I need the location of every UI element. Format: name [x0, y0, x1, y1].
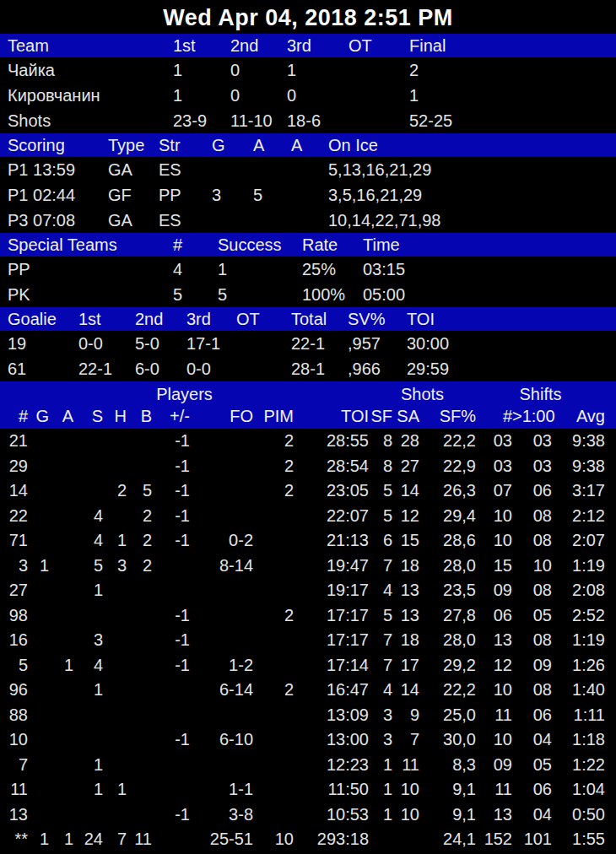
column-header: OT — [349, 34, 409, 58]
cell: 1:55 — [552, 827, 605, 852]
cell — [212, 157, 253, 182]
cell — [127, 727, 152, 753]
cell: 27 — [392, 454, 419, 479]
players-group-label: Players — [0, 381, 369, 405]
column-header: PIM — [253, 405, 294, 429]
cell: 04 — [512, 803, 552, 828]
table-row: 190-05-017-122-1,95730:00 — [0, 331, 616, 356]
cell: 15 — [392, 528, 419, 554]
cell: 10 — [476, 678, 512, 703]
cell — [152, 753, 190, 778]
cell — [28, 753, 49, 778]
cell: 23-9 — [173, 108, 230, 133]
cell: 11 — [392, 753, 419, 778]
cell — [49, 703, 73, 728]
table-row: P1 13:59GAES5,13,16,21,29 — [0, 157, 616, 182]
cell: 15 — [476, 554, 512, 579]
cell: PP — [8, 257, 173, 282]
column-header: SV% — [348, 307, 407, 332]
table-row: 9616-14216:4741422,210081:40 — [0, 678, 616, 703]
cell: 11-10 — [230, 108, 287, 133]
table-row: Shots23-911-1018-652-25 — [0, 108, 616, 133]
cell — [103, 429, 127, 454]
cell — [103, 454, 127, 479]
cell: 13 — [476, 628, 512, 653]
cell: 3 — [103, 554, 127, 579]
cell: 7 — [103, 827, 127, 852]
cell — [291, 208, 328, 233]
table-row: 8813:093925,011061:11 — [0, 703, 616, 728]
cell — [28, 777, 49, 803]
column-header: 1st — [173, 34, 230, 58]
column-header: Rate — [302, 233, 363, 257]
cell: 1 — [73, 578, 103, 603]
cell: 6-10 — [190, 727, 253, 753]
cell: 29:59 — [407, 356, 616, 381]
cell: 1 — [173, 57, 230, 83]
cell — [103, 753, 127, 778]
cell — [127, 578, 152, 603]
cell — [103, 504, 127, 529]
cell: 2 — [127, 528, 152, 554]
cell: -1 — [152, 803, 190, 828]
cell — [103, 603, 127, 629]
cell: 13 — [0, 803, 28, 828]
cell: 27,8 — [419, 603, 476, 629]
cell: 10 — [0, 727, 28, 753]
cell: 22,2 — [419, 429, 476, 454]
cell: ES — [159, 157, 212, 182]
cell — [127, 454, 152, 479]
cell — [127, 653, 152, 678]
cell: 11 — [476, 703, 512, 728]
cell: 9:38 — [552, 429, 605, 454]
cell — [49, 528, 73, 554]
game-stats-screen: Wed Apr 04, 2018 2:51 PM Team1st2nd3rdOT… — [0, 0, 616, 852]
cell: 9:38 — [552, 454, 605, 479]
cell: 08 — [512, 528, 552, 554]
cell: 5 — [253, 182, 291, 208]
column-header: A — [253, 133, 291, 158]
cell: 2:08 — [552, 578, 605, 603]
cell: 25-51 — [190, 827, 253, 852]
cell: 0 — [287, 83, 349, 108]
table-row: 11111-111:501109,111061:04 — [0, 777, 616, 803]
cell: 23,5 — [419, 578, 476, 603]
cell — [253, 157, 291, 182]
cell: 19 — [8, 331, 78, 356]
column-header: # — [173, 233, 218, 257]
cell: 29,2 — [419, 653, 476, 678]
cell — [253, 703, 294, 728]
cell — [152, 827, 190, 852]
cell — [28, 628, 49, 653]
goalie-table-body: 190-05-017-122-1,95730:006122-16-00-028-… — [0, 331, 616, 381]
cell: 03 — [476, 454, 512, 479]
cell: 4 — [369, 678, 392, 703]
cell: 9 — [392, 703, 419, 728]
column-header: OT — [236, 307, 291, 332]
cell — [253, 653, 294, 678]
cell: 5 — [369, 603, 392, 629]
cell: 13 — [392, 578, 419, 603]
cell: 03 — [476, 429, 512, 454]
column-header: 3rd — [287, 34, 349, 58]
cell: 28:54 — [294, 454, 369, 479]
cell — [349, 108, 409, 133]
cell: 22-1 — [78, 356, 135, 381]
cell: 23:05 — [294, 478, 369, 504]
cell: 61 — [8, 356, 78, 381]
cell: 11 — [127, 827, 152, 852]
cell — [73, 803, 103, 828]
cell: 25,0 — [419, 703, 476, 728]
cell: 6-0 — [135, 356, 186, 381]
cell: 1 — [49, 827, 73, 852]
cell — [28, 478, 49, 504]
cell: 5 — [127, 478, 152, 504]
cell: 0 — [230, 57, 287, 83]
table-row: Кировчанин1001 — [0, 83, 616, 108]
table-row: 13-13-810:531109,113040:50 — [0, 803, 616, 828]
table-row: 21-1228:5582822,203039:38 — [0, 429, 616, 454]
cell — [253, 803, 294, 828]
cell: 06 — [476, 603, 512, 629]
cell: 27 — [0, 578, 28, 603]
cell: 08 — [512, 628, 552, 653]
